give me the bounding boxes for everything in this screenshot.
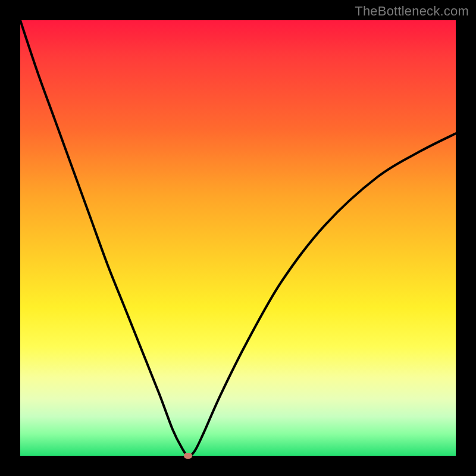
- plot-area: [20, 20, 456, 456]
- bottleneck-curve: [20, 20, 456, 456]
- watermark-text: TheBottleneck.com: [355, 4, 469, 19]
- curve-path: [20, 20, 456, 456]
- chart-frame: TheBottleneck.com: [0, 0, 476, 476]
- minimum-marker: [184, 453, 192, 459]
